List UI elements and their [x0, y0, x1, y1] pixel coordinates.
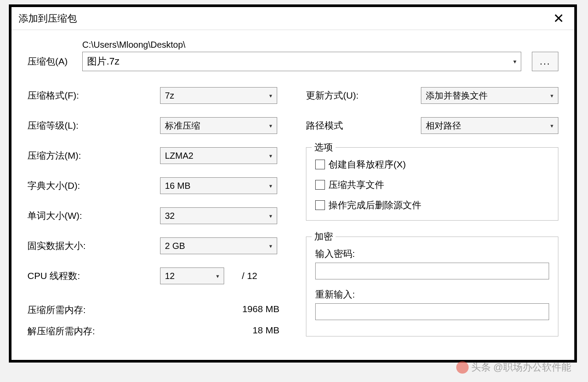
- label-delete-after: 操作完成后删除源文件: [328, 199, 421, 211]
- label-solid: 固实数据大小:: [27, 240, 160, 252]
- dialog-content: 压缩包(A) C:\Users\Mloong\Desktop\ 图片.7z ▾ …: [11, 30, 574, 359]
- chevron-down-icon: ▾: [269, 243, 272, 249]
- close-icon[interactable]: ✕: [550, 11, 567, 26]
- chevron-down-icon: ▾: [550, 122, 554, 129]
- archive-row: 压缩包(A) C:\Users\Mloong\Desktop\ 图片.7z ▾ …: [27, 40, 558, 71]
- label-pathmode: 路径模式: [306, 119, 421, 132]
- watermark-icon: [456, 361, 469, 374]
- label-confirm: 重新输入:: [315, 288, 549, 301]
- select-cpu[interactable]: 12 ▾: [160, 267, 224, 284]
- value-mem-decompress: 18 MB: [252, 325, 279, 337]
- check-delete-after[interactable]: 操作完成后删除源文件: [315, 199, 549, 211]
- label-shared: 压缩共享文件: [328, 179, 384, 191]
- confirm-password-input[interactable]: [315, 303, 549, 320]
- left-column: 压缩格式(F): 7z ▾ 压缩等级(L): 标准压缩 ▾ 压缩方法(M):: [27, 87, 284, 346]
- checkbox-icon[interactable]: [315, 160, 325, 169]
- watermark-prefix: 头条: [471, 361, 491, 374]
- row-method: 压缩方法(M): LZMA2 ▾: [27, 147, 284, 164]
- row-solid: 固实数据大小: 2 GB ▾: [27, 237, 284, 254]
- columns: 压缩格式(F): 7z ▾ 压缩等级(L): 标准压缩 ▾ 压缩方法(M):: [27, 87, 558, 346]
- legend-options: 选项: [312, 141, 336, 153]
- row-pathmode: 路径模式 相对路径 ▾: [306, 117, 558, 134]
- select-dict[interactable]: 16 MB ▾: [160, 177, 277, 194]
- chevron-down-icon: ▾: [216, 273, 219, 279]
- label-format: 压缩格式(F):: [27, 89, 160, 102]
- select-format[interactable]: 7z ▾: [160, 87, 277, 104]
- chevron-down-icon: ▾: [550, 92, 554, 99]
- select-solid[interactable]: 2 GB ▾: [160, 237, 277, 254]
- select-update[interactable]: 添加并替换文件 ▾: [421, 87, 558, 104]
- group-encrypt: 加密 输入密码: 重新输入:: [306, 237, 558, 336]
- label-update: 更新方式(U):: [306, 89, 421, 102]
- row-word: 单词大小(W): 32 ▾: [27, 207, 284, 224]
- row-mem-decompress: 解压缩所需内存: 18 MB: [27, 325, 284, 337]
- label-mem-compress: 压缩所需内存:: [27, 304, 86, 316]
- right-column: 更新方式(U): 添加并替换文件 ▾ 路径模式 相对路径 ▾ 选项: [306, 87, 558, 346]
- row-mem-compress: 压缩所需内存: 1968 MB: [27, 304, 284, 316]
- archive-filename-dropdown[interactable]: 图片.7z ▾: [82, 52, 521, 71]
- checkbox-icon[interactable]: [315, 180, 325, 190]
- window-title: 添加到压缩包: [19, 12, 77, 25]
- row-format: 压缩格式(F): 7z ▾: [27, 87, 284, 104]
- value-mem-compress: 1968 MB: [242, 304, 279, 316]
- chevron-down-icon: ▾: [269, 213, 272, 219]
- row-dict: 字典大小(D): 16 MB ▾: [27, 177, 284, 194]
- checkbox-icon[interactable]: [315, 200, 325, 210]
- label-sfx: 创建自释放程序(X): [328, 158, 406, 171]
- archive-label: 压缩包(A): [27, 55, 76, 71]
- dialog-window: 添加到压缩包 ✕ 压缩包(A) C:\Users\Mloong\Desktop\…: [9, 4, 577, 363]
- cpu-total: / 12: [242, 271, 257, 281]
- watermark: 头条 @职场办公软件能: [456, 361, 571, 374]
- select-pathmode[interactable]: 相对路径 ▾: [421, 117, 558, 134]
- label-dict: 字典大小(D):: [27, 180, 160, 192]
- chevron-down-icon: ▾: [513, 58, 516, 65]
- archive-filename: 图片.7z: [87, 55, 513, 68]
- archive-path: C:\Users\Mloong\Desktop\: [82, 40, 521, 50]
- select-method[interactable]: LZMA2 ▾: [160, 147, 277, 164]
- check-shared[interactable]: 压缩共享文件: [315, 179, 549, 191]
- select-word[interactable]: 32 ▾: [160, 207, 277, 224]
- label-word: 单词大小(W):: [27, 210, 160, 222]
- row-update: 更新方式(U): 添加并替换文件 ▾: [306, 87, 558, 104]
- watermark-text: @职场办公软件能: [493, 361, 571, 374]
- row-level: 压缩等级(L): 标准压缩 ▾: [27, 117, 284, 134]
- row-cpu: CPU 线程数: 12 ▾ / 12: [27, 267, 284, 284]
- browse-label: ...: [540, 56, 550, 67]
- archive-column: C:\Users\Mloong\Desktop\ 图片.7z ▾: [82, 40, 521, 71]
- chevron-down-icon: ▾: [269, 122, 272, 129]
- password-input[interactable]: [315, 263, 549, 279]
- chevron-down-icon: ▾: [269, 183, 272, 189]
- title-bar: 添加到压缩包 ✕: [11, 7, 574, 30]
- label-password: 输入密码:: [315, 248, 549, 260]
- chevron-down-icon: ▾: [269, 153, 272, 159]
- group-options: 选项 创建自释放程序(X) 压缩共享文件 操作完成后删除源文件: [306, 147, 558, 221]
- label-cpu: CPU 线程数:: [27, 270, 160, 282]
- check-sfx[interactable]: 创建自释放程序(X): [315, 158, 549, 171]
- label-mem-decompress: 解压缩所需内存:: [27, 325, 95, 337]
- browse-button[interactable]: ...: [532, 52, 558, 71]
- label-method: 压缩方法(M):: [27, 149, 160, 162]
- legend-encrypt: 加密: [312, 230, 336, 243]
- select-level[interactable]: 标准压缩 ▾: [160, 117, 277, 134]
- chevron-down-icon: ▾: [269, 92, 272, 99]
- label-level: 压缩等级(L):: [27, 119, 160, 132]
